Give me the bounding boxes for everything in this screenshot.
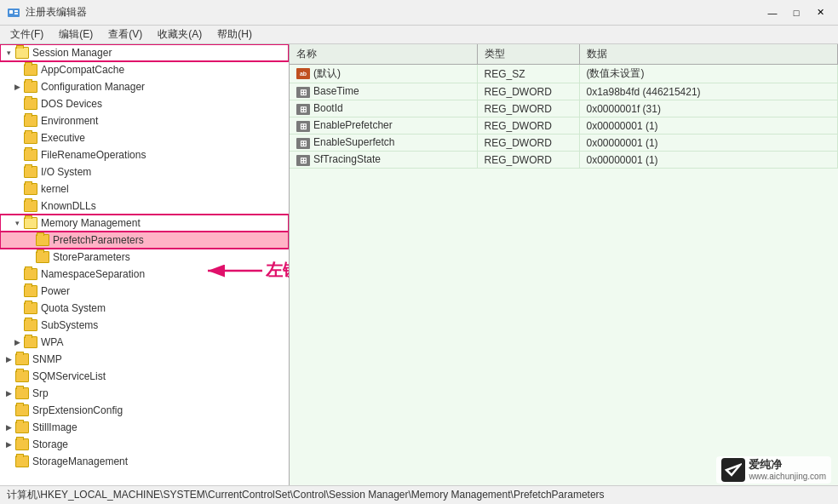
tree-item-power[interactable]: Power — [0, 283, 289, 300]
registry-data-cell: 0x1a98b4fd (446215421) — [579, 83, 838, 100]
menu-bar: 文件(F) 编辑(E) 查看(V) 收藏夹(A) 帮助(H) — [0, 26, 838, 44]
folder-icon-storagemgmt — [15, 455, 29, 467]
col-header-type: 类型 — [477, 44, 579, 65]
expander-session-manager[interactable]: ▾ — [3, 48, 14, 58]
folder-icon-storage — [15, 438, 29, 450]
svg-rect-1 — [9, 10, 13, 14]
expander-storage[interactable]: ▶ — [3, 439, 14, 450]
folder-icon-dos-devices — [24, 98, 37, 110]
tree-label-store-params: StoreParameters — [53, 251, 130, 263]
close-button[interactable]: ✕ — [809, 4, 831, 21]
menu-file[interactable]: 文件(F) — [3, 26, 50, 43]
table-row[interactable]: ⊞EnableSuperfetchREG_DWORD0x00000001 (1) — [290, 135, 838, 152]
tree-label-config-manager: Configuration Manager — [41, 81, 145, 93]
tree-item-environment[interactable]: Environment — [0, 112, 289, 129]
tree-item-prefetch-parameters[interactable]: PrefetchParameters — [0, 232, 289, 249]
tree-item-appcompat-cache[interactable]: AppCompatCache — [0, 61, 289, 78]
expander-storagemgmt — [3, 456, 14, 467]
tree-item-namespace-separation[interactable]: NamespaceSeparation — [0, 266, 289, 283]
registry-name-cell: ⊞EnablePrefetcher — [290, 117, 477, 135]
table-row[interactable]: ⊞SfTracingStateREG_DWORD0x00000001 (1) — [290, 152, 838, 169]
tree-item-wpa[interactable]: ▶ WPA — [0, 334, 289, 351]
tree-item-subsystems[interactable]: SubSystems — [0, 317, 289, 334]
tree-item-session-manager[interactable]: ▾ Session Manager — [0, 44, 289, 61]
tree-label-prefetch: PrefetchParameters — [53, 234, 144, 246]
expander-config-manager[interactable]: ▶ — [12, 82, 22, 92]
registry-table: 名称 类型 数据 ab(默认)REG_SZ(数值未设置)⊞BaseTimeREG… — [290, 44, 838, 169]
tree-item-knowndlls[interactable]: KnownDLLs — [0, 198, 289, 215]
tree-item-snmp[interactable]: ▶ SNMP — [0, 351, 289, 368]
tree-item-memory-management[interactable]: ▾ Memory Management — [0, 215, 289, 232]
tree-item-quota-system[interactable]: Quota System — [0, 300, 289, 317]
registry-type-cell: REG_DWORD — [477, 100, 579, 117]
tree-label-quota: Quota System — [41, 302, 106, 314]
tree-item-kernel[interactable]: kernel — [0, 180, 289, 198]
folder-icon-power — [24, 285, 37, 297]
tree-label-namespace: NamespaceSeparation — [41, 268, 145, 280]
expander-stillimage[interactable]: ▶ — [3, 422, 14, 432]
maximize-button[interactable]: □ — [785, 4, 807, 21]
table-row[interactable]: ⊞EnablePrefetcherREG_DWORD0x00000001 (1) — [290, 117, 838, 135]
tree-item-configuration-manager[interactable]: ▶ Configuration Manager — [0, 78, 289, 95]
registry-type-cell: REG_SZ — [477, 65, 579, 83]
folder-icon-stillimage — [15, 421, 29, 433]
menu-edit[interactable]: 编辑(E) — [52, 26, 100, 43]
folder-icon-srp — [15, 387, 29, 399]
tree-label-memory-management: Memory Management — [41, 217, 141, 229]
status-path: 计算机\HKEY_LOCAL_MACHINE\SYSTEM\CurrentCon… — [7, 488, 605, 502]
folder-icon-environment — [24, 115, 37, 127]
expander-sqm — [3, 371, 14, 381]
menu-help[interactable]: 帮助(H) — [210, 26, 259, 43]
tree-item-storage[interactable]: ▶ Storage — [0, 436, 289, 453]
tree-item-srp[interactable]: ▶ Srp — [0, 385, 289, 402]
expander-knowndlls — [12, 201, 22, 211]
expander-snmp[interactable]: ▶ — [3, 354, 14, 364]
menu-view[interactable]: 查看(V) — [101, 26, 149, 43]
tree-label-session-manager: Session Manager — [32, 47, 112, 59]
expander-io-system — [12, 167, 22, 177]
folder-icon-session-manager — [15, 47, 29, 59]
col-header-data: 数据 — [579, 44, 838, 65]
tree-pane[interactable]: ▾ Session Manager AppCompatCache ▶ Confi… — [0, 44, 290, 485]
tree-item-sqmservicelist[interactable]: SQMServiceList — [0, 368, 289, 385]
registry-type-cell: REG_DWORD — [477, 152, 579, 169]
folder-icon-sqm — [15, 370, 29, 382]
tree-item-srpextensionconfig[interactable]: SrpExtensionConfig — [0, 402, 289, 419]
folder-icon-memory-management — [24, 217, 37, 229]
expander-wpa[interactable]: ▶ — [12, 337, 22, 347]
folder-icon-appcompat — [24, 64, 37, 76]
right-pane: 名称 类型 数据 ab(默认)REG_SZ(数值未设置)⊞BaseTimeREG… — [290, 44, 838, 485]
svg-rect-3 — [14, 13, 18, 14]
folder-icon-knowndlls — [24, 200, 37, 212]
tree-item-store-parameters[interactable]: StoreParameters — [0, 249, 289, 266]
expander-srpext — [3, 405, 14, 415]
tree-item-filerename[interactable]: FileRenameOperations — [0, 146, 289, 163]
tree-item-io-system[interactable]: I/O System — [0, 163, 289, 180]
expander-srp[interactable]: ▶ — [3, 388, 14, 398]
table-row[interactable]: ⊞BootIdREG_DWORD0x0000001f (31) — [290, 100, 838, 117]
expander-dos-devices — [12, 99, 22, 109]
folder-icon-executive — [24, 132, 37, 144]
table-row[interactable]: ⊞BaseTimeREG_DWORD0x1a98b4fd (446215421) — [290, 83, 838, 100]
tree-item-stillimage[interactable]: ▶ StillImage — [0, 419, 289, 436]
tree-item-executive[interactable]: Executive — [0, 129, 289, 146]
table-row[interactable]: ab(默认)REG_SZ(数值未设置) — [290, 65, 838, 83]
expander-memory-management[interactable]: ▾ — [12, 218, 22, 228]
menu-favorites[interactable]: 收藏夹(A) — [151, 26, 209, 43]
folder-icon-store-params — [36, 251, 49, 263]
svg-marker-6 — [726, 465, 740, 475]
registry-name-cell: ab(默认) — [290, 65, 477, 83]
tree-item-storagemanagement[interactable]: StorageManagement — [0, 453, 289, 470]
folder-icon-kernel — [24, 183, 37, 195]
expander-prefetch — [24, 235, 34, 245]
watermark-url: www.aichunjing.com — [749, 472, 826, 482]
expander-namespace — [12, 269, 22, 279]
folder-icon-snmp — [15, 353, 29, 365]
expander-executive — [12, 133, 22, 143]
folder-icon-config-manager — [24, 81, 37, 93]
tree-item-dos-devices[interactable]: DOS Devices — [0, 95, 289, 112]
window-controls[interactable]: — □ ✕ — [761, 4, 831, 21]
watermark-brand: 爱纯净 — [749, 458, 826, 472]
minimize-button[interactable]: — — [761, 4, 783, 21]
registry-type-icon: ab — [296, 68, 310, 79]
